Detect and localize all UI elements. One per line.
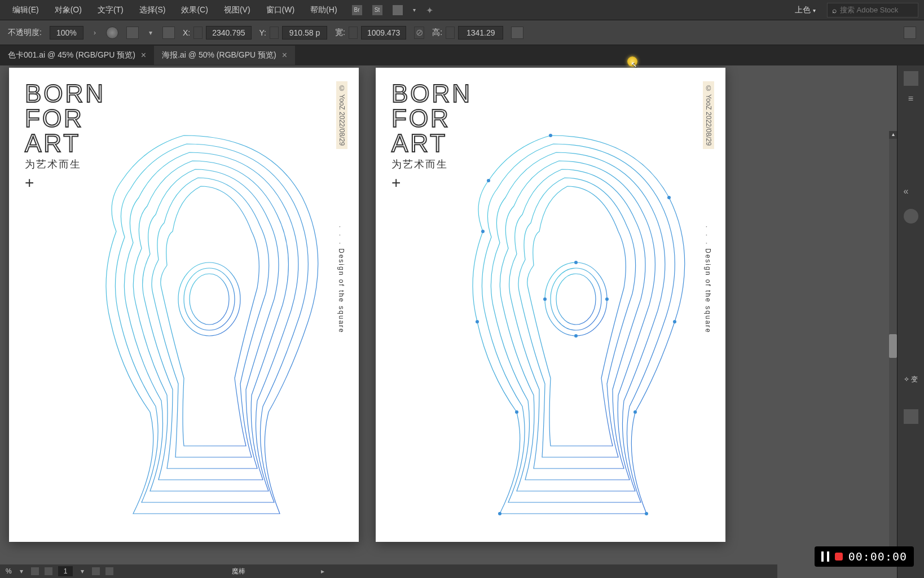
- svg-point-19: [543, 297, 547, 301]
- menu-help[interactable]: 帮助(H): [303, 3, 344, 17]
- next-artboard-icon[interactable]: [92, 567, 100, 575]
- close-icon[interactable]: ×: [141, 50, 146, 60]
- tab-document-1[interactable]: 色卡001.ai @ 45% (RGB/GPU 预览) ×: [0, 46, 154, 65]
- h-stepper[interactable]: [446, 27, 455, 39]
- artboard-chevron-icon[interactable]: ▾: [78, 567, 86, 575]
- scroll-thumb[interactable]: [889, 334, 897, 358]
- tab-document-2[interactable]: 海报.ai @ 50% (RGB/GPU 预览) ×: [154, 46, 295, 65]
- scale-corners-icon[interactable]: [511, 27, 523, 39]
- workspace-label[interactable]: 上色 ▾: [795, 5, 816, 15]
- h-label: 高:: [432, 28, 442, 38]
- svg-point-18: [574, 334, 578, 338]
- h-field: 高: 1341.29: [432, 26, 503, 40]
- artboard-2[interactable]: BORN FOR ART 为艺术而生 + © YooZ 2022/08/29 ·…: [376, 68, 725, 542]
- x-stepper[interactable]: [193, 27, 203, 39]
- color-panel-icon[interactable]: [904, 209, 918, 224]
- svg-point-1: [184, 268, 235, 330]
- svg-point-9: [633, 410, 637, 414]
- prev-artboard-icon[interactable]: [45, 567, 52, 575]
- panel-expand-icon[interactable]: «: [904, 186, 918, 201]
- pause-icon[interactable]: [821, 551, 829, 562]
- svg-point-10: [645, 512, 648, 515]
- zoom-chevron-icon[interactable]: ▾: [17, 567, 25, 575]
- pathfinder-panel-icon[interactable]: [904, 409, 918, 424]
- scroll-up-icon[interactable]: ▴: [889, 131, 897, 139]
- menu-effect[interactable]: 效果(C): [174, 3, 214, 17]
- w-value[interactable]: 1009.473: [361, 26, 406, 40]
- transform-panel-icon[interactable]: ✧ 变: [904, 375, 918, 384]
- gpu-icon[interactable]: ✦: [426, 5, 436, 15]
- workspace: BORN FOR ART 为艺术而生 + © YooZ 2022/08/29 ·…: [0, 65, 924, 578]
- stock-icon[interactable]: St: [372, 5, 382, 15]
- chevron-down-icon[interactable]: ▾: [413, 7, 416, 13]
- stock-search[interactable]: ⌕: [827, 3, 918, 17]
- svg-point-15: [487, 179, 490, 182]
- more-options-icon[interactable]: [904, 27, 916, 39]
- record-icon[interactable]: [835, 553, 843, 561]
- svg-point-6: [549, 134, 552, 137]
- canvas-area[interactable]: BORN FOR ART 为艺术而生 + © YooZ 2022/08/29 ·…: [0, 65, 897, 578]
- y-value[interactable]: 910.58 p: [282, 26, 327, 40]
- opacity-label: 不透明度:: [8, 28, 42, 38]
- svg-point-2: [190, 274, 229, 325]
- svg-point-4: [551, 268, 601, 330]
- zoom-percent[interactable]: %: [6, 567, 12, 575]
- transform-icon[interactable]: [126, 27, 139, 39]
- y-stepper[interactable]: [270, 27, 279, 39]
- tab-label: 海报.ai @ 50% (RGB/GPU 预览): [162, 50, 276, 60]
- transform-chevron-icon[interactable]: ▾: [147, 29, 155, 37]
- svg-point-17: [605, 297, 609, 301]
- recorder-time: 00:00:00: [848, 550, 907, 563]
- align-icon[interactable]: [162, 27, 175, 39]
- opacity-value[interactable]: 100%: [50, 26, 83, 40]
- vertical-scrollbar[interactable]: ▴ ▾: [889, 131, 897, 562]
- menu-edit[interactable]: 编辑(E): [6, 3, 46, 17]
- bridge-icon[interactable]: Br: [352, 5, 362, 15]
- menu-app-icons: Br St ▾ ✦: [352, 5, 436, 15]
- menu-text[interactable]: 文字(T): [91, 3, 130, 17]
- svg-point-5: [556, 274, 596, 325]
- first-artboard-icon[interactable]: [31, 567, 39, 575]
- menu-select[interactable]: 选择(S): [133, 3, 173, 17]
- libraries-panel-icon[interactable]: ≡: [904, 94, 918, 108]
- arrange-icon[interactable]: [393, 5, 403, 15]
- chevron-down-icon: ▾: [813, 7, 816, 14]
- screen-recorder: 00:00:00: [815, 546, 914, 567]
- x-label: X:: [183, 28, 190, 37]
- poster-line1: BORN: [391, 81, 472, 106]
- x-field: X: 2340.795: [183, 26, 252, 40]
- menu-right-group: 上色 ▾ ⌕: [795, 3, 918, 17]
- link-wh-icon[interactable]: ⊘: [414, 27, 424, 39]
- tool-play-icon[interactable]: ▸: [319, 567, 327, 575]
- status-bar: % ▾ 1 ▾ 魔棒 ▸: [0, 564, 777, 578]
- w-stepper[interactable]: [349, 27, 358, 39]
- close-icon[interactable]: ×: [282, 50, 287, 60]
- menu-object[interactable]: 对象(O): [48, 3, 89, 17]
- svg-point-11: [498, 512, 501, 515]
- artboard-1[interactable]: BORN FOR ART 为艺术而生 + © YooZ 2022/08/29 ·…: [9, 68, 359, 542]
- properties-panel-icon[interactable]: [904, 71, 918, 86]
- last-artboard-icon[interactable]: [105, 567, 113, 575]
- control-bar: 不透明度: 100% › ▾ X: 2340.795 Y: 910.58 p 宽…: [0, 20, 924, 45]
- svg-point-8: [673, 320, 676, 323]
- svg-point-7: [667, 196, 671, 199]
- stock-search-input[interactable]: [840, 6, 913, 14]
- artboard-number[interactable]: 1: [58, 566, 73, 576]
- menu-view[interactable]: 视图(V): [217, 3, 257, 17]
- x-value[interactable]: 2340.795: [206, 26, 251, 40]
- document-tabs: 色卡001.ai @ 45% (RGB/GPU 预览) × 海报.ai @ 50…: [0, 45, 924, 65]
- y-label: Y:: [259, 28, 266, 37]
- svg-point-13: [476, 320, 479, 323]
- menu-bar: 编辑(E) 对象(O) 文字(T) 选择(S) 效果(C) 视图(V) 窗口(W…: [0, 0, 924, 20]
- svg-point-12: [515, 410, 518, 414]
- w-label: 宽:: [335, 28, 345, 38]
- cursor-icon: ↖: [631, 60, 637, 69]
- tab-label: 色卡001.ai @ 45% (RGB/GPU 预览): [8, 50, 135, 60]
- h-value[interactable]: 1341.29: [458, 26, 503, 40]
- opacity-chevron-icon[interactable]: ›: [91, 29, 98, 37]
- recolor-icon[interactable]: [106, 27, 118, 39]
- svg-point-14: [481, 230, 485, 233]
- blend-artwork-1: [65, 119, 342, 525]
- menu-window[interactable]: 窗口(W): [259, 3, 302, 17]
- w-field: 宽: 1009.473: [335, 26, 406, 40]
